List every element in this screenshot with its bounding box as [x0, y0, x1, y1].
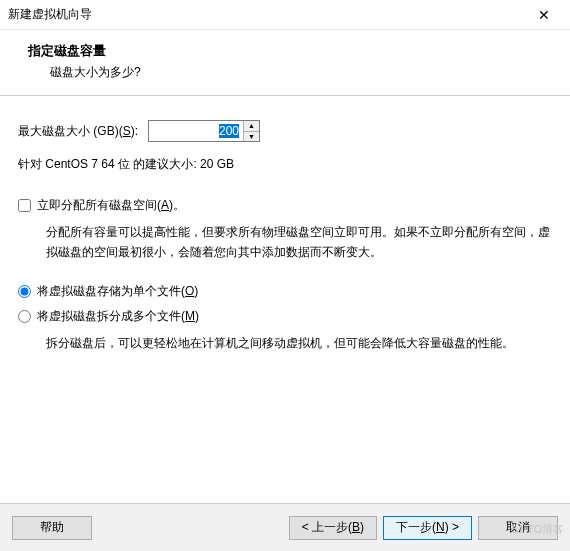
allocate-now-checkbox[interactable] — [18, 199, 31, 212]
help-button[interactable]: 帮助 — [12, 516, 92, 540]
wizard-header: 指定磁盘容量 磁盘大小为多少? — [0, 30, 570, 96]
store-single-row: 将虚拟磁盘存储为单个文件(O) — [18, 283, 552, 300]
store-single-label[interactable]: 将虚拟磁盘存储为单个文件(O) — [37, 283, 198, 300]
disk-size-spinner: ▲ ▼ — [148, 120, 260, 142]
spin-down-button[interactable]: ▼ — [244, 132, 259, 142]
allocate-now-label[interactable]: 立即分配所有磁盘空间(A)。 — [37, 197, 185, 214]
window-title: 新建虚拟机向导 — [8, 6, 92, 23]
titlebar: 新建虚拟机向导 ✕ — [0, 0, 570, 30]
page-heading: 指定磁盘容量 — [28, 42, 550, 60]
disk-size-input[interactable] — [149, 121, 243, 141]
allocate-now-row: 立即分配所有磁盘空间(A)。 — [18, 197, 552, 214]
next-button[interactable]: 下一步(N) > — [383, 516, 472, 540]
spin-up-button[interactable]: ▲ — [244, 121, 259, 132]
spinner-buttons: ▲ ▼ — [243, 121, 259, 141]
disk-size-label: 最大磁盘大小 (GB)(S): — [18, 123, 138, 140]
allocate-now-description: 分配所有容量可以提高性能，但要求所有物理磁盘空间立即可用。如果不立即分配所有空间… — [46, 222, 552, 263]
close-icon[interactable]: ✕ — [530, 7, 558, 23]
recommended-size-text: 针对 CentOS 7 64 位 的建议大小: 20 GB — [18, 156, 552, 173]
disk-size-row: 最大磁盘大小 (GB)(S): ▲ ▼ — [18, 120, 552, 142]
store-single-radio[interactable] — [18, 285, 31, 298]
split-multiple-row: 将虚拟磁盘拆分成多个文件(M) — [18, 308, 552, 325]
back-button[interactable]: < 上一步(B) — [289, 516, 377, 540]
split-description: 拆分磁盘后，可以更轻松地在计算机之间移动虚拟机，但可能会降低大容量磁盘的性能。 — [46, 333, 552, 353]
content-area: 最大磁盘大小 (GB)(S): ▲ ▼ 针对 CentOS 7 64 位 的建议… — [0, 96, 570, 353]
footer-right-group: < 上一步(B) 下一步(N) > 取消 — [289, 516, 558, 540]
disk-file-options: 将虚拟磁盘存储为单个文件(O) 将虚拟磁盘拆分成多个文件(M) 拆分磁盘后，可以… — [18, 283, 552, 353]
cancel-button[interactable]: 取消 — [478, 516, 558, 540]
split-multiple-label[interactable]: 将虚拟磁盘拆分成多个文件(M) — [37, 308, 199, 325]
page-subheading: 磁盘大小为多少? — [28, 64, 550, 81]
wizard-footer: 帮助 < 上一步(B) 下一步(N) > 取消 — [0, 503, 570, 551]
split-multiple-radio[interactable] — [18, 310, 31, 323]
